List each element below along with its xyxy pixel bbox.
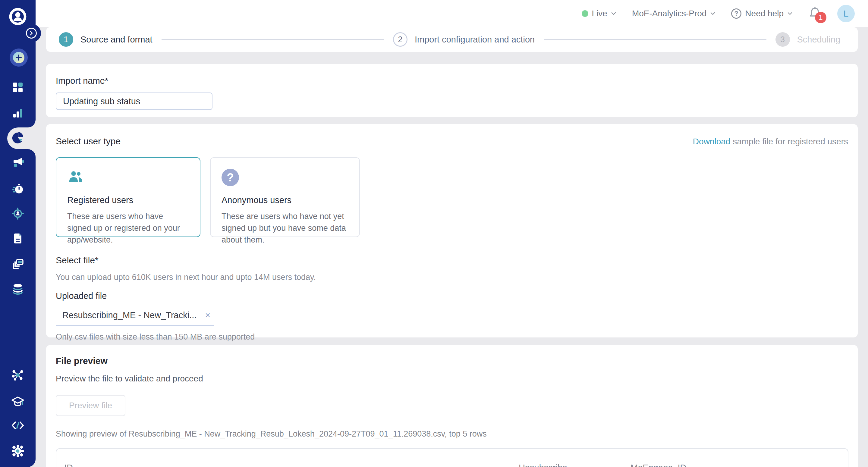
preview-table: ID Unsubscribe MoEngage_ID — [56, 448, 848, 467]
graduation-cap-icon — [11, 394, 25, 408]
environment-switcher[interactable]: Live — [582, 9, 616, 19]
sidebar-item-campaigns[interactable] — [0, 153, 36, 172]
uploaded-file-field: Resubscribing_ME - New_Tracki... × — [56, 310, 214, 326]
environment-label: Live — [592, 9, 607, 19]
column-header-unsubscribe: Unsubscribe — [519, 463, 630, 467]
card-title: Anonymous users — [221, 195, 348, 205]
showing-preview-text: Showing preview of Resubscribing_ME - Ne… — [56, 429, 848, 439]
sidebar-item-developer[interactable] — [0, 416, 36, 435]
step-connector — [544, 39, 766, 40]
help-menu[interactable]: ? Need help — [731, 8, 793, 19]
layers-cards-icon — [11, 258, 25, 272]
anonymous-users-question-icon: ? — [221, 168, 348, 187]
topbar: Live MoE-Analytics-Prod ? Need help 1 L — [36, 0, 868, 27]
step-source-and-format[interactable]: 1 Source and format — [59, 32, 153, 47]
sample-file-text: sample file for registered users — [730, 137, 848, 146]
sidebar-item-analytics[interactable] — [0, 103, 36, 123]
card-description: These are users who have signed up or re… — [67, 211, 189, 246]
csv-size-helper-text: Only csv files with size less than 150 M… — [56, 332, 848, 342]
sidebar-item-integrations[interactable] — [0, 366, 36, 385]
file-preview-heading: File preview — [56, 356, 848, 366]
column-header-id: ID — [64, 463, 519, 467]
step-number: 3 — [775, 32, 790, 47]
code-brackets-icon — [11, 418, 25, 432]
sidebar-collapse-button[interactable] — [26, 28, 37, 38]
import-name-label: Import name* — [56, 76, 108, 86]
dashboard-grid-icon — [11, 81, 25, 94]
user-avatar[interactable]: L — [837, 5, 855, 22]
anonymous-users-card[interactable]: ? Anonymous users These are users who ha… — [210, 157, 360, 237]
preview-table-header: ID Unsubscribe MoEngage_ID — [56, 449, 848, 467]
sidebar-item-settings[interactable] — [0, 441, 36, 461]
preview-file-button[interactable]: Preview file — [56, 395, 125, 416]
chevron-down-icon — [787, 11, 793, 16]
sidebar-item-data[interactable] — [0, 279, 36, 299]
step-number: 2 — [393, 32, 407, 47]
chevron-down-icon — [710, 11, 715, 16]
sidebar-item-flows[interactable] — [0, 179, 36, 198]
import-name-input[interactable] — [56, 93, 213, 110]
column-header-moengage-id: MoEngage_ID — [630, 463, 848, 467]
registered-users-people-icon — [67, 168, 189, 187]
sidebar-item-academy[interactable] — [0, 392, 36, 411]
sidebar-item-dashboard[interactable] — [0, 78, 36, 97]
live-status-dot — [582, 10, 588, 17]
step-number: 1 — [59, 32, 73, 47]
sidebar-item-documents[interactable] — [0, 229, 36, 249]
card-title: Registered users — [67, 195, 189, 205]
sidebar-item-segments-active[interactable] — [0, 128, 36, 147]
select-file-heading: Select file* — [56, 255, 848, 266]
file-preview-section: File preview Preview the file to validat… — [46, 345, 858, 467]
sidebar-item-templates[interactable] — [0, 255, 36, 274]
create-new-button[interactable] — [10, 49, 28, 67]
registered-users-card[interactable]: Registered users These are users who hav… — [56, 157, 200, 237]
step-connector — [161, 39, 384, 40]
bar-chart-icon — [11, 106, 25, 120]
sidebar — [0, 0, 36, 467]
workspace-name: MoE-Analytics-Prod — [632, 9, 707, 19]
card-description: These are users who have not yet signed … — [221, 211, 348, 246]
notification-count-badge: 1 — [815, 12, 827, 23]
database-icon — [11, 282, 25, 296]
workspace-switcher[interactable]: MoE-Analytics-Prod — [632, 9, 715, 19]
stopwatch-icon — [11, 182, 25, 195]
download-sample-link[interactable]: Download — [693, 137, 731, 146]
uploaded-file-label: Uploaded file — [56, 291, 848, 301]
notifications-button[interactable]: 1 — [808, 6, 822, 21]
chevron-right-icon — [29, 31, 34, 36]
import-name-section: Import name* — [46, 64, 858, 117]
app-root: Live MoE-Analytics-Prod ? Need help 1 L … — [0, 0, 868, 467]
upload-limit-text: You can upload upto 610K users in next h… — [56, 273, 848, 282]
megaphone-icon — [11, 156, 25, 169]
chevron-down-icon — [611, 11, 616, 16]
settings-gear-icon — [11, 444, 25, 458]
import-stepper: 1 Source and format 2 Import configurati… — [46, 27, 858, 52]
plus-icon — [13, 52, 24, 63]
uploaded-file-name: Resubscribing_ME - New_Tracki... — [62, 310, 203, 320]
sample-file-line: Download sample file for registered user… — [693, 137, 848, 147]
user-type-heading: Select user type — [56, 136, 121, 147]
step-import-configuration[interactable]: 2 Import configuration and action — [393, 32, 535, 47]
document-icon — [11, 232, 25, 246]
moengage-logo-icon — [9, 8, 27, 25]
step-scheduling[interactable]: 3 Scheduling — [775, 32, 841, 47]
help-question-icon: ? — [731, 8, 741, 19]
remove-file-icon[interactable]: × — [203, 310, 213, 320]
sidebar-item-audience[interactable] — [0, 204, 36, 223]
target-user-icon — [11, 207, 25, 221]
pie-chart-icon — [11, 131, 25, 145]
hub-network-icon — [11, 368, 25, 382]
help-label: Need help — [745, 9, 784, 19]
file-preview-subtitle: Preview the file to validate and proceed — [56, 374, 848, 383]
user-type-section: Select user type Download sample file fo… — [46, 124, 858, 337]
